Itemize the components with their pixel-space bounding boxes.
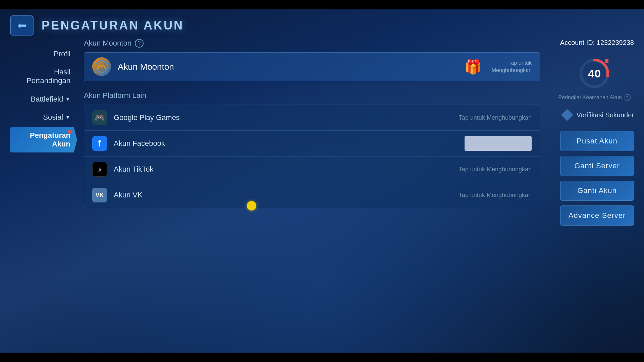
moonton-card-name: Akun Moonton [118, 62, 458, 72]
vk-name: Akun VK [114, 191, 452, 199]
top-bar [0, 0, 644, 9]
facebook-name: Akun Facebook [114, 139, 458, 148]
pusat-akun-button[interactable]: Pusat Akun [560, 131, 634, 151]
bottom-bar [0, 353, 644, 362]
moonton-card[interactable]: Akun Moonton 🎁 Tap untukMenghubungkan [84, 52, 540, 81]
main-container: ⬅ PENGATURAN AKUN Profil HasilPertanding… [0, 9, 644, 353]
platform-section-label: Akun Platform Lain [84, 91, 540, 100]
page-title: PENGATURAN AKUN [42, 18, 184, 33]
ganti-akun-button[interactable]: Ganti Akun [560, 181, 634, 201]
google-play-tap: Tap untuk Menghubungkan [459, 114, 532, 121]
verif-secondary[interactable]: Verifikasi Sekunder [561, 109, 634, 121]
account-id: Account ID: 1232239238 [560, 39, 634, 47]
ganti-server-button[interactable]: Ganti Server [560, 156, 634, 176]
google-play-name: Google Play Games [114, 113, 452, 122]
platform-list: 🎮 Google Play Games Tap untuk Menghubung… [84, 105, 540, 208]
sidebar-item-sosial[interactable]: Sosial ▼ [10, 109, 77, 126]
notification-badge [68, 130, 72, 134]
ring-dot [605, 59, 608, 63]
vk-icon: VK [92, 188, 107, 202]
content-area: Profil HasilPertandingan Battlefield ▼ S… [0, 39, 644, 353]
platform-item-tiktok[interactable]: ♪ Akun TikTok Tap untuk Menghubungkan [84, 156, 540, 182]
chevron-down-icon: ▼ [65, 96, 70, 102]
moonton-logo [92, 57, 111, 76]
sidebar-item-battlefield[interactable]: Battlefield ▼ [10, 91, 77, 108]
sidebar: Profil HasilPertandingan Battlefield ▼ S… [10, 39, 77, 346]
tiktok-name: Akun TikTok [114, 165, 452, 174]
moonton-tap-label: Tap untukMenghubungkan [492, 59, 532, 74]
advance-server-button[interactable]: Advance Server [560, 205, 634, 226]
tiktok-icon: ♪ [92, 162, 107, 177]
verif-text: Verifikasi Sekunder [577, 111, 634, 119]
platform-item-vk[interactable]: VK Akun VK Tap untuk Menghubungkan [84, 182, 540, 208]
moonton-help-icon[interactable]: ? [135, 39, 144, 48]
security-number: 40 [588, 67, 601, 80]
header: ⬅ PENGATURAN AKUN [0, 9, 644, 39]
diamond-icon [561, 109, 573, 121]
chevron-down-icon-sosial: ▼ [65, 114, 70, 120]
right-panel: Account ID: 1232239238 40 Peringkat Keam… [547, 39, 634, 346]
facebook-icon: f [92, 136, 107, 151]
platform-item-facebook[interactable]: f Akun Facebook [84, 130, 540, 156]
platform-item-google-play[interactable]: 🎮 Google Play Games Tap untuk Menghubung… [84, 105, 540, 130]
moonton-section-label: Akun Moonton ? [84, 39, 540, 48]
facebook-connect-input[interactable] [465, 136, 532, 151]
right-buttons: Pusat Akun Ganti Server Ganti Akun Advan… [560, 131, 634, 226]
back-arrow-icon: ⬅ [17, 20, 26, 31]
security-label: Peringkat Keamanan Akun ? [558, 94, 631, 101]
security-help-icon[interactable]: ? [624, 94, 631, 101]
gift-icon: 🎁 [464, 59, 482, 75]
security-ring: 40 [578, 57, 611, 90]
main-content: Akun Moonton ? Akun Moonton 🎁 Tap untukM… [77, 39, 547, 346]
back-button[interactable]: ⬅ [10, 15, 34, 36]
security-ring-container: 40 Peringkat Keamanan Akun ? [558, 57, 631, 101]
tiktok-tap: Tap untuk Menghubungkan [459, 166, 532, 173]
vk-tap: Tap untuk Menghubungkan [459, 192, 532, 199]
google-play-icon: 🎮 [92, 110, 107, 125]
sidebar-item-pengaturan[interactable]: PengaturanAkun [10, 127, 77, 153]
sidebar-item-hasil[interactable]: HasilPertandingan [10, 64, 77, 89]
sidebar-item-profil[interactable]: Profil [10, 46, 77, 62]
